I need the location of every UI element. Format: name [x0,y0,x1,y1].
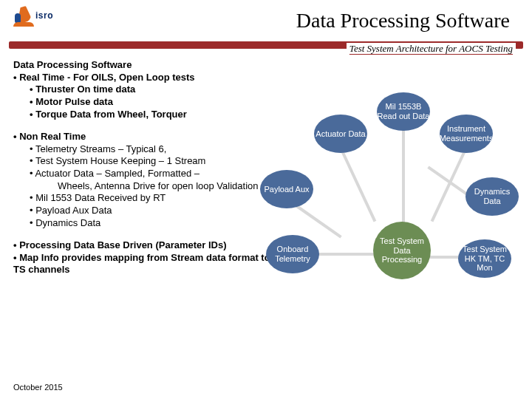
diagram-node-tshk: Test System HK TM, TC Mon [458,239,511,278]
date-footer: October 2015 [13,383,63,392]
subtitle: Test System Architecture for AOCS Testin… [347,43,516,55]
diagram-node-actuator: Actuator Data [314,115,367,153]
diagram-arrow [292,202,342,238]
diagram-arrow [339,147,376,222]
diagram-node-payload: Payload Aux [260,170,313,208]
realtime-head: • Real Time - For OILS, Open Loop tests [13,72,257,84]
diagram-node-mil: Mil 1553B Read out Data [377,92,430,131]
realtime-item: • Torque Data from Wheel, Torquer [30,109,257,121]
diagram-node-onboard: Onboard Telemetry [266,235,319,273]
diagram-node-instruments: Instrument Measurements [440,115,493,153]
diagram-center-node: Test System Data Processing [373,222,431,279]
realtime-item: • Thruster On time data [30,83,257,96]
realtime-item: • Motor Pulse data [30,96,257,109]
diagram-node-dynamics: Dynamics Data [466,177,519,216]
logo: isro [13,4,53,27]
diagram-arrow [402,126,405,229]
diagram: Test System Data Processing Actuator Dat… [229,74,525,303]
page-title: Data Processing Software [296,9,510,33]
diagram-arrow [431,147,468,222]
section-heading: Data Processing Software [13,59,257,72]
logo-text: isro [35,10,53,21]
logo-icon [13,4,34,27]
